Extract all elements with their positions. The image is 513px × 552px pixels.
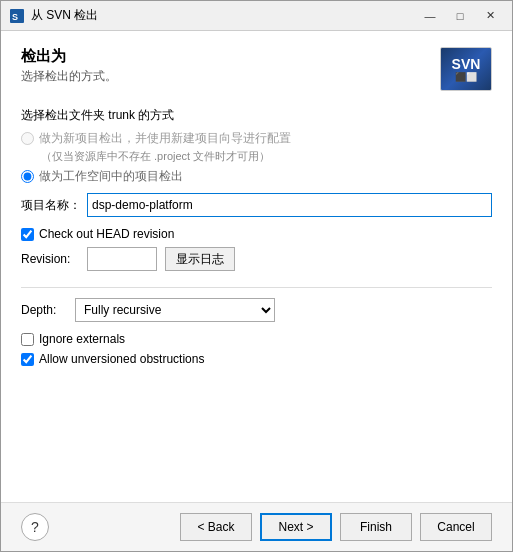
dialog-window: S 从 SVN 检出 — □ ✕ 检出为 选择检出的方式。 SVN ⬛⬜ 选择 bbox=[0, 0, 513, 552]
svg-text:S: S bbox=[12, 12, 18, 22]
ignore-externals-checkbox[interactable] bbox=[21, 333, 34, 346]
project-name-input[interactable] bbox=[87, 193, 492, 217]
ignore-externals-row[interactable]: Ignore externals bbox=[21, 332, 492, 346]
svn-logo: SVN ⬛⬜ bbox=[440, 47, 492, 91]
svn-logo-text: SVN bbox=[452, 57, 481, 71]
ignore-externals-label: Ignore externals bbox=[39, 332, 125, 346]
project-name-label: 项目名称： bbox=[21, 197, 81, 214]
next-button[interactable]: Next > bbox=[260, 513, 332, 541]
revision-label: Revision: bbox=[21, 252, 81, 266]
maximize-button[interactable]: □ bbox=[446, 5, 474, 27]
radio-workspace-project-input[interactable] bbox=[21, 170, 34, 183]
revision-row: Revision: 显示日志 bbox=[21, 247, 492, 271]
head-revision-label: Check out HEAD revision bbox=[39, 227, 174, 241]
title-bar: S 从 SVN 检出 — □ ✕ bbox=[1, 1, 512, 31]
header-text: 检出为 选择检出的方式。 bbox=[21, 47, 117, 85]
dialog-content: 检出为 选择检出的方式。 SVN ⬛⬜ 选择检出文件夹 trunk 的方式 做为… bbox=[1, 31, 512, 502]
back-button[interactable]: < Back bbox=[180, 513, 252, 541]
allow-unversioned-checkbox[interactable] bbox=[21, 353, 34, 366]
depth-label: Depth: bbox=[21, 303, 67, 317]
radio-new-project-label: 做为新项目检出，并使用新建项目向导进行配置 bbox=[39, 130, 291, 147]
radio-option-new-project[interactable]: 做为新项目检出，并使用新建项目向导进行配置 bbox=[21, 130, 492, 147]
cancel-button[interactable]: Cancel bbox=[420, 513, 492, 541]
close-button[interactable]: ✕ bbox=[476, 5, 504, 27]
option1-note: （仅当资源库中不存在 .project 文件时才可用） bbox=[41, 149, 492, 164]
radio-workspace-project-label: 做为工作空间中的项目检出 bbox=[39, 168, 183, 185]
depth-select[interactable]: Fully recursive Immediate children Only … bbox=[75, 298, 275, 322]
title-bar-buttons: — □ ✕ bbox=[416, 5, 504, 27]
allow-unversioned-row[interactable]: Allow unversioned obstructions bbox=[21, 352, 492, 366]
title-bar-text: 从 SVN 检出 bbox=[31, 7, 416, 24]
help-button[interactable]: ? bbox=[21, 513, 49, 541]
head-revision-checkbox[interactable] bbox=[21, 228, 34, 241]
section-label: 选择检出文件夹 trunk 的方式 bbox=[21, 107, 492, 124]
revision-input[interactable] bbox=[87, 247, 157, 271]
project-name-row: 项目名称： bbox=[21, 193, 492, 217]
depth-row: Depth: Fully recursive Immediate childre… bbox=[21, 298, 492, 322]
minimize-button[interactable]: — bbox=[416, 5, 444, 27]
allow-unversioned-label: Allow unversioned obstructions bbox=[39, 352, 204, 366]
title-bar-icon: S bbox=[9, 8, 25, 24]
footer-buttons: < Back Next > Finish Cancel bbox=[180, 513, 492, 541]
radio-new-project-input[interactable] bbox=[21, 132, 34, 145]
dialog-title: 检出为 bbox=[21, 47, 117, 66]
footer: ? < Back Next > Finish Cancel bbox=[1, 502, 512, 551]
finish-button[interactable]: Finish bbox=[340, 513, 412, 541]
radio-option-workspace-project[interactable]: 做为工作空间中的项目检出 bbox=[21, 168, 492, 185]
head-revision-row[interactable]: Check out HEAD revision bbox=[21, 227, 492, 241]
show-log-button[interactable]: 显示日志 bbox=[165, 247, 235, 271]
divider bbox=[21, 287, 492, 288]
dialog-subtitle: 选择检出的方式。 bbox=[21, 68, 117, 85]
header-row: 检出为 选择检出的方式。 SVN ⬛⬜ bbox=[21, 47, 492, 91]
